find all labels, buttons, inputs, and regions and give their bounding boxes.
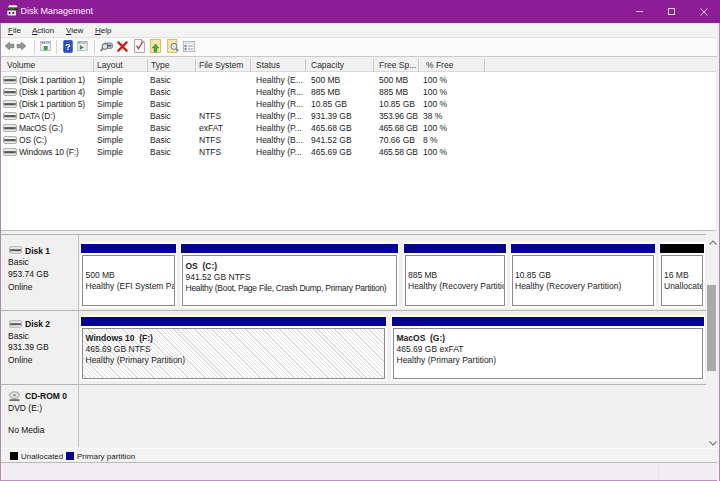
svg-text:?: ?	[65, 42, 70, 52]
